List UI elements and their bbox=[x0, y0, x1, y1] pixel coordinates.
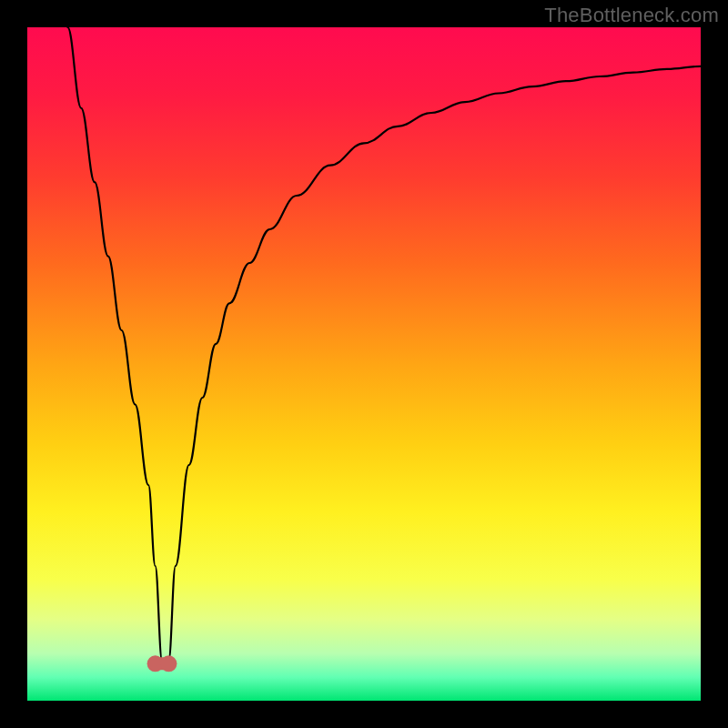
watermark-text: TheBottleneck.com bbox=[544, 4, 719, 27]
minimum-markers bbox=[147, 655, 177, 672]
bottleneck-chart bbox=[27, 27, 701, 701]
min-right-marker bbox=[160, 655, 177, 672]
chart-frame bbox=[27, 27, 701, 701]
